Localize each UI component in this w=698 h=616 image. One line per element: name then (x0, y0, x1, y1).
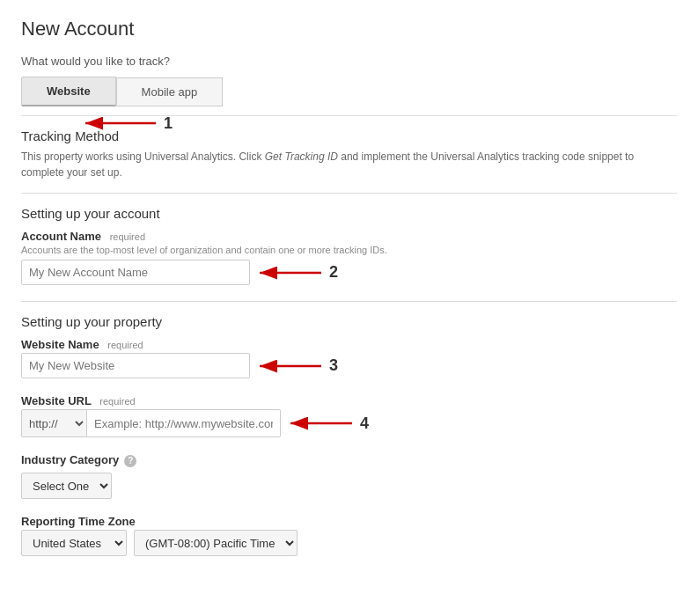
account-name-input[interactable] (21, 260, 250, 285)
track-type-selector: Website Mobile app 1 (21, 77, 677, 106)
page-title: New Account (21, 18, 677, 40)
protocol-select[interactable]: http:// https:// (21, 409, 87, 437)
country-select[interactable]: United States (21, 530, 127, 556)
account-name-required-badge: required (110, 231, 145, 242)
timezone-field-group: Reporting Time Zone United States (GMT-0… (21, 515, 677, 556)
account-name-desc: Accounts are the top-most level of organ… (21, 245, 677, 255)
website-url-input[interactable] (87, 409, 281, 437)
website-name-required-badge: required (107, 340, 143, 350)
annotation-number-3: 3 (329, 356, 338, 375)
mobile-app-tab[interactable]: Mobile app (116, 77, 224, 106)
annotation-arrow-3 (255, 356, 326, 377)
annotation-number-1: 1 (164, 114, 173, 133)
website-url-required-badge: required (99, 396, 135, 407)
website-tab[interactable]: Website (21, 77, 116, 106)
account-section-title: Setting up your account (21, 206, 677, 221)
industry-label: Industry Category (21, 453, 119, 466)
account-name-field-group: Account Name required Accounts are the t… (21, 230, 677, 285)
industry-field-group: Industry Category ? Select One (21, 453, 677, 499)
website-name-field-group: Website Name required 3 (21, 338, 677, 378)
account-name-label: Account Name required (21, 230, 677, 243)
tracking-description: This property works using Universal Anal… (21, 149, 677, 180)
website-name-input[interactable] (21, 353, 250, 378)
annotation-arrow-4 (286, 413, 356, 434)
track-question: What would you like to track? (21, 55, 677, 68)
tracking-link[interactable]: Get Tracking ID (265, 150, 338, 163)
industry-help-icon[interactable]: ? (124, 455, 136, 467)
annotation-arrow-2 (255, 262, 326, 283)
annotation-arrow-1 (81, 110, 160, 136)
timezone-label: Reporting Time Zone (21, 515, 677, 528)
website-name-label: Website Name required (21, 338, 677, 351)
website-url-field-group: Website URL required http:// https:// 4 (21, 394, 677, 437)
industry-select[interactable]: Select One (21, 473, 112, 499)
property-section-title: Setting up your property (21, 314, 677, 329)
annotation-number-2: 2 (329, 263, 338, 282)
website-url-label: Website URL required (21, 394, 677, 407)
annotation-number-4: 4 (360, 414, 369, 433)
timezone-select[interactable]: (GMT-08:00) Pacific Time (134, 530, 298, 556)
